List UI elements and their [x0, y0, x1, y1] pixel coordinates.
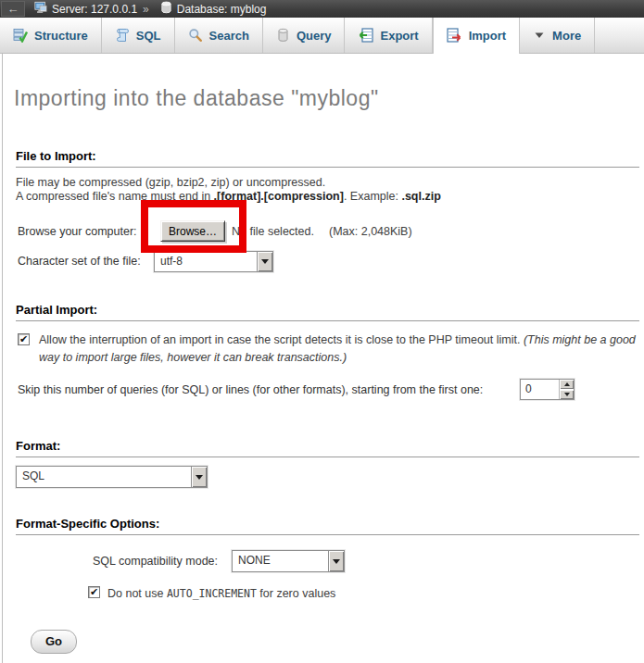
sql-compatibility-select[interactable]: NONE: [232, 550, 345, 572]
auto-increment-code: AUTO_INCREMENT: [167, 587, 257, 600]
skip-queries-label: Skip this number of queries (for SQL) or…: [18, 383, 483, 396]
sql-compatibility-label: SQL compatibility mode:: [93, 555, 218, 568]
back-arrow-icon: ←: [7, 2, 19, 16]
tab-structure[interactable]: Structure: [0, 18, 102, 53]
skip-queries-value: 0: [521, 380, 559, 399]
breadcrumb-bar: ← Server: 127.0.0.1 » Database: myblog: [0, 0, 644, 18]
tab-export[interactable]: Export: [345, 18, 432, 53]
auto-increment-row: Do not use AUTO_INCREMENT for zero value…: [3, 585, 644, 602]
section-format-options-heading: Format-Specific Options:: [16, 517, 639, 535]
tab-label: SQL: [136, 29, 161, 43]
no-file-selected-text: No file selected.: [232, 225, 314, 238]
hint-example: .sql.zip: [401, 190, 440, 203]
tab-import[interactable]: Import: [433, 18, 520, 54]
chevron-down-icon: [191, 467, 207, 487]
spinner: [559, 380, 574, 399]
charset-select[interactable]: utf-8: [154, 251, 273, 272]
allow-interruption-row: Allow the interruption of an import in c…: [18, 332, 638, 367]
max-upload-size: (Max: 2,048KiB): [329, 225, 412, 238]
breadcrumb-server[interactable]: Server: 127.0.0.1: [52, 3, 137, 16]
import-icon: [447, 28, 462, 43]
spin-down-button[interactable]: [560, 390, 574, 399]
back-button[interactable]: ←: [1, 1, 25, 17]
tab-more[interactable]: More: [520, 18, 595, 53]
section-format-heading: Format:: [16, 439, 639, 457]
format-select-value: SQL: [17, 467, 191, 487]
sql-icon: [115, 28, 130, 43]
tab-search[interactable]: Search: [175, 18, 263, 53]
auto-increment-label: Do not use AUTO_INCREMENT for zero value…: [107, 587, 335, 600]
browse-button[interactable]: Browse…: [160, 220, 225, 242]
allow-interruption-text: Allow the interruption of an import in c…: [39, 333, 524, 346]
tab-label: Structure: [34, 29, 88, 43]
server-icon: [34, 1, 47, 17]
export-icon: [358, 28, 373, 43]
hint-line2-mid: . Example:: [344, 190, 402, 203]
tab-label: Search: [209, 29, 249, 43]
tab-bar: Structure SQL Search Query: [0, 18, 644, 54]
database-icon: [160, 1, 172, 17]
tab-label: More: [552, 29, 581, 43]
page-title: Importing into the database "myblog": [14, 86, 644, 111]
browse-label: Browse your computer:: [18, 225, 137, 238]
skip-queries-row: Skip this number of queries (for SQL) or…: [3, 379, 644, 401]
hint-line1: File may be compressed (gzip, bzip2, zip…: [16, 176, 325, 189]
tab-sql[interactable]: SQL: [102, 18, 175, 53]
breadcrumb-separator: »: [143, 3, 149, 16]
section-file-to-import-heading: File to Import:: [16, 149, 639, 168]
tabbar-filler: [595, 18, 644, 53]
section-partial-import-heading: Partial Import:: [16, 303, 639, 321]
compression-hint: File may be compressed (gzip, bzip2, zip…: [16, 176, 638, 204]
auto-increment-suffix: for zero values: [257, 587, 335, 600]
breadcrumb-database[interactable]: Database: myblog: [177, 3, 267, 16]
import-page: Importing into the database "myblog" Fil…: [2, 54, 644, 663]
format-select[interactable]: SQL: [16, 466, 208, 488]
structure-icon: [13, 28, 28, 43]
charset-label: Character set of the file:: [18, 255, 141, 268]
charset-select-value: utf-8: [155, 252, 257, 271]
auto-increment-checkbox[interactable]: [88, 586, 100, 598]
query-icon: [276, 28, 290, 43]
browse-row: Browse your computer: Browse… No file se…: [3, 220, 644, 243]
hint-line2-prefix: A compressed file's name must end in: [16, 190, 214, 203]
tab-label: Query: [297, 29, 332, 43]
chevron-down-icon: [328, 551, 344, 571]
spin-up-button[interactable]: [560, 380, 574, 389]
chevron-down-icon: [533, 29, 546, 42]
sql-compatibility-value: NONE: [233, 551, 328, 571]
charset-row: Character set of the file: utf-8: [3, 251, 644, 272]
tab-label: Import: [469, 29, 506, 43]
go-button[interactable]: Go: [31, 630, 77, 654]
tab-label: Export: [380, 29, 418, 43]
sql-compatibility-row: SQL compatibility mode: NONE: [3, 550, 644, 572]
skip-queries-input[interactable]: 0: [520, 379, 575, 400]
tab-query[interactable]: Query: [263, 18, 346, 53]
auto-increment-prefix: Do not use: [107, 587, 167, 600]
hint-format-pattern: .[format].[compression]: [214, 190, 344, 203]
search-icon: [188, 28, 203, 43]
chevron-down-icon: [257, 252, 272, 271]
allow-interruption-checkbox[interactable]: [18, 333, 30, 345]
